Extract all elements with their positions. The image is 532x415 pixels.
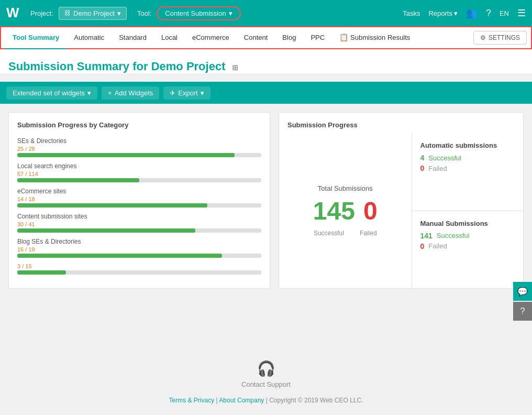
project-dropdown-icon: ▾ xyxy=(117,9,121,17)
cat-label: Local search engines xyxy=(17,162,261,170)
cat-count: 14 / 18 xyxy=(17,196,261,202)
manual-success-label: Successful xyxy=(437,232,470,239)
cat-label: Content submission sites xyxy=(17,213,261,220)
category-widget-title: Submission Progress by Category xyxy=(17,121,261,129)
auto-title: Automatic submissions xyxy=(420,141,515,149)
manual-submissions-section: Manual Submissions 141 Successful 0 Fail… xyxy=(412,211,524,289)
cat-count: 16 / 19 xyxy=(17,246,261,253)
manual-failed-label: Failed xyxy=(428,242,447,250)
cat-label: eCommerce sites xyxy=(17,188,261,195)
app-logo: W xyxy=(6,6,25,20)
manual-title: Manual Submissions xyxy=(420,220,515,227)
category-row: Content submission sites 30 / 41 xyxy=(17,213,261,233)
tab-content[interactable]: Content xyxy=(237,26,275,49)
progress-bar-fill xyxy=(17,254,222,258)
auto-failed-num: 0 xyxy=(420,164,425,172)
total-numbers: 145 0 xyxy=(313,196,378,225)
tool-selector[interactable]: Content Submission ▾ xyxy=(157,6,240,20)
nav-tasks[interactable]: Tasks xyxy=(403,9,420,17)
cat-count: 3 / 15 xyxy=(17,263,261,269)
tab-blog[interactable]: Blog xyxy=(275,26,303,49)
users-icon[interactable]: 👥 xyxy=(466,7,478,19)
total-submissions-panel: Total Submissions 145 0 Successful Faile… xyxy=(279,133,412,288)
headset-icon: 🎧 xyxy=(257,360,275,377)
progress-bar-fill xyxy=(17,178,139,182)
cat-count: 30 / 41 xyxy=(17,221,261,227)
progress-bar-bg xyxy=(17,254,261,258)
manual-success-num: 141 xyxy=(420,232,433,240)
about-company-link[interactable]: About Company xyxy=(219,397,264,404)
widgets-area: Submission Progress by Category SEs & Di… xyxy=(0,104,532,297)
category-row: 3 / 15 xyxy=(17,263,261,275)
add-widgets-button[interactable]: + Add Widgets xyxy=(102,86,159,100)
sub-labels: Successful Failed xyxy=(314,230,377,237)
category-row: Local search engines 57 / 114 xyxy=(17,162,261,182)
settings-button[interactable]: ⚙ SETTINGS xyxy=(473,31,527,45)
widgets-dropdown-icon: ▾ xyxy=(87,89,91,97)
tool-dropdown-icon: ▾ xyxy=(229,9,232,17)
toolbar: Extended set of widgets ▾ + Add Widgets … xyxy=(0,82,532,104)
progress-bar-bg xyxy=(17,270,261,275)
submission-progress-widget: Submission Progress Total Submissions 14… xyxy=(279,112,524,289)
auto-failed-row: 0 Failed xyxy=(420,164,515,172)
widgets-dropdown-button[interactable]: Extended set of widgets ▾ xyxy=(6,86,97,100)
auto-failed-label: Failed xyxy=(428,165,447,172)
progress-bar-fill xyxy=(17,153,235,157)
manual-failed-num: 0 xyxy=(420,242,425,250)
auto-success-num: 4 xyxy=(420,154,425,162)
nav-reports[interactable]: Reports ▾ xyxy=(428,9,458,17)
failed-label: Failed xyxy=(360,230,377,237)
total-label: Total Submissions xyxy=(318,184,373,192)
export-button[interactable]: ✈ Export ▾ xyxy=(163,86,210,100)
tab-submission-results[interactable]: 📋 Submission Results xyxy=(332,26,417,49)
total-failed-number: 0 xyxy=(363,196,378,225)
manual-success-row: 141 Successful xyxy=(420,232,515,240)
language-selector[interactable]: EN xyxy=(500,9,509,17)
nav-right: Tasks Reports ▾ 👥 ? EN ☰ xyxy=(403,7,526,19)
copyright-text: Copyright © 2019 Web CEO LLC. xyxy=(269,397,363,404)
reports-dropdown-icon: ▾ xyxy=(454,9,458,17)
tab-standard[interactable]: Standard xyxy=(112,26,154,49)
submission-results-icon: 📋 xyxy=(339,33,348,41)
cat-count: 25 / 28 xyxy=(17,146,261,152)
export-icon: ✈ xyxy=(170,89,175,97)
tab-ppc[interactable]: PPC xyxy=(303,26,332,49)
project-title-link[interactable]: Demo Project xyxy=(151,60,226,73)
terms-privacy-link[interactable]: Terms & Privacy xyxy=(169,397,214,404)
project-selector[interactable]: ⛓ Demo Project ▾ xyxy=(59,7,127,20)
progress-bar-bg xyxy=(17,228,261,233)
tab-ecommerce[interactable]: eCommerce xyxy=(185,26,237,49)
svg-text:W: W xyxy=(6,6,19,20)
project-name: Demo Project xyxy=(73,9,115,17)
right-widget-body: Total Submissions 145 0 Successful Faile… xyxy=(279,133,523,288)
manual-failed-row: 0 Failed xyxy=(420,242,515,250)
tab-tool-summary[interactable]: Tool Summary xyxy=(5,26,66,49)
tab-local[interactable]: Local xyxy=(154,26,185,49)
footer-contact: 🎧 Contact Support xyxy=(0,360,532,388)
project-label: Project: xyxy=(30,9,53,17)
progress-bar-fill xyxy=(17,270,66,275)
cat-label: Blog SEs & Directories xyxy=(17,238,261,245)
progress-bar-fill xyxy=(17,228,195,233)
top-navigation: W Project: ⛓ Demo Project ▾ Tool: Conten… xyxy=(0,0,532,26)
progress-bar-bg xyxy=(17,178,261,182)
chat-float-button[interactable]: 💬 xyxy=(513,282,532,301)
menu-icon[interactable]: ☰ xyxy=(517,7,526,19)
tab-automatic[interactable]: Automatic xyxy=(66,26,112,49)
total-success-number: 145 xyxy=(313,196,355,225)
settings-icon: ⚙ xyxy=(480,34,486,41)
help-float-button[interactable]: ? xyxy=(513,302,532,321)
success-label: Successful xyxy=(314,230,344,237)
empty-space xyxy=(0,297,532,339)
plus-icon: + xyxy=(108,89,112,97)
footer: 🎧 Contact Support Terms & Privacy | Abou… xyxy=(0,339,532,409)
external-link-icon[interactable]: ⊞ xyxy=(232,63,238,72)
tool-name: Content Submission xyxy=(165,9,226,17)
footer-links: Terms & Privacy | About Company | Copyri… xyxy=(0,397,532,404)
tool-tabs-bar: Tool Summary Automatic Standard Local eC… xyxy=(0,26,532,49)
auto-submissions-section: Automatic submissions 4 Successful 0 Fai… xyxy=(412,133,524,211)
help-icon[interactable]: ? xyxy=(486,8,491,19)
contact-support-label[interactable]: Contact Support xyxy=(241,380,291,388)
category-progress-widget: Submission Progress by Category SEs & Di… xyxy=(8,112,270,289)
progress-bar-bg xyxy=(17,203,261,208)
